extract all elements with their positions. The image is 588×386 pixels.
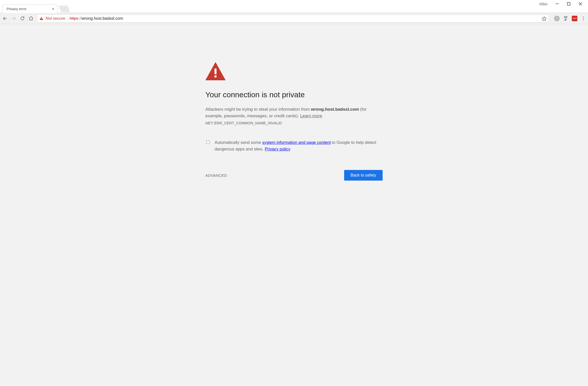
extension-sp-icon[interactable]: SP✔ [563,16,568,21]
back-button[interactable] [3,16,8,21]
divider [67,16,67,21]
url-scheme-suffix: :// [78,16,82,21]
profile-name[interactable]: Mike [539,2,547,6]
url-host: wrong.host.badssl.com [82,16,123,21]
window-minimize-button[interactable] [555,2,559,6]
error-code: NET::ERR_CERT_COMMON_NAME_INVALID [205,121,383,125]
privacy-policy-link[interactable]: Privacy policy [265,147,290,151]
body-host: wrong.host.badssl.com [311,107,359,112]
svg-rect-10 [214,75,217,78]
warning-triangle-icon [39,16,44,21]
toolbar-right: SP✔ [553,16,585,21]
reload-button[interactable] [20,16,25,21]
window-maximize-button[interactable] [567,2,571,6]
security-label: Not secure [46,16,65,21]
svg-marker-8 [542,16,546,21]
window-close-button[interactable] [578,2,582,6]
optin-row: Automatically send some system informati… [205,139,383,152]
svg-rect-9 [214,69,217,74]
extension-lastpass-icon[interactable] [572,16,577,21]
optin-checkbox[interactable] [206,140,210,145]
forward-button[interactable] [11,16,16,21]
advanced-button[interactable]: ADVANCED [205,173,227,178]
tab-strip: Privacy error ✕ [0,0,588,13]
svg-rect-6 [41,18,42,19]
active-tab[interactable]: Privacy error ✕ [2,5,58,13]
bookmark-star-icon[interactable] [542,16,547,21]
tab-title: Privacy error [7,7,27,11]
learn-more-link[interactable]: Learn more [300,113,322,118]
svg-rect-1 [567,3,570,5]
back-to-safety-button[interactable]: Back to safety [344,170,383,181]
url-display: https://wrong.host.badssl.com [69,16,123,21]
browser-toolbar: Not secure https://wrong.host.badssl.com… [0,13,588,24]
warning-triangle-icon [205,62,383,80]
tab-close-icon[interactable]: ✕ [52,7,55,11]
security-chip[interactable]: Not secure [39,16,65,21]
new-tab-button[interactable] [58,6,70,12]
optin-system-info-link[interactable]: system information and page content [262,140,331,145]
home-button[interactable] [28,16,33,21]
extension-offline-icon[interactable] [554,16,560,21]
body-prefix: Attackers might be trying to steal your … [205,107,311,112]
window-controls-row: Mike [539,0,588,8]
page-viewport: Your connection is not private Attackers… [0,24,588,386]
svg-rect-7 [41,19,42,20]
interstitial-body: Attackers might be trying to steal your … [205,106,383,120]
url-scheme-struck: https [69,16,78,21]
optin-prefix: Automatically send some [214,140,262,145]
interstitial-actions: ADVANCED Back to safety [205,170,383,181]
interstitial-heading: Your connection is not private [205,90,383,99]
browser-menu-button[interactable] [581,16,585,20]
optin-text: Automatically send some system informati… [214,139,383,152]
address-bar[interactable]: Not secure https://wrong.host.badssl.com [37,14,549,23]
ssl-interstitial: Your connection is not private Attackers… [203,62,385,181]
